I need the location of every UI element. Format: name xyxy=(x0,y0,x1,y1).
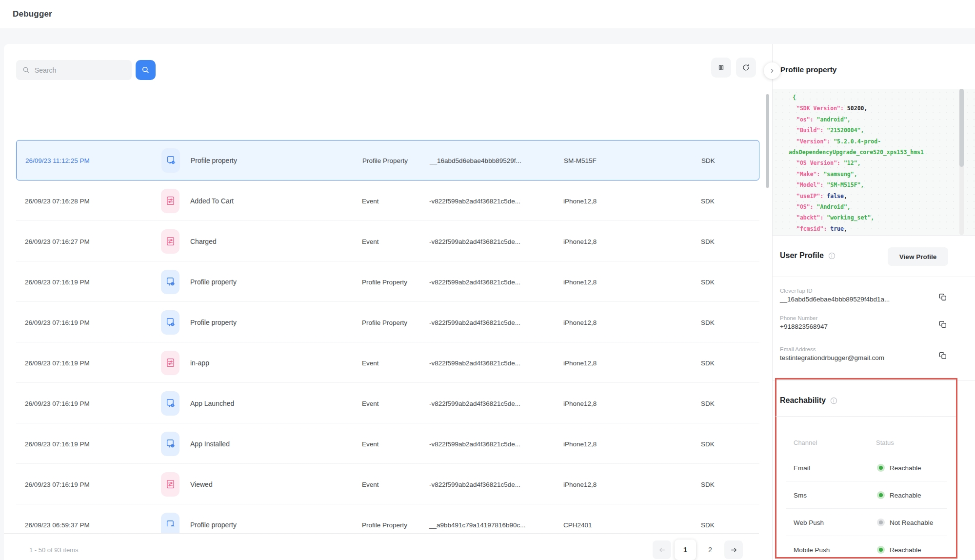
profile-field: Email Addresstestintegrationdrbugger@gma… xyxy=(780,346,955,361)
row-data-label: Profile property xyxy=(190,319,237,326)
table-row[interactable]: 26/09/23 07:16:28 PMAdded To CartEvent-v… xyxy=(16,180,759,221)
code-scrollbar[interactable] xyxy=(959,89,964,167)
field-value: +918823568947 xyxy=(780,323,955,330)
row-device-model: iPhone12,8 xyxy=(563,440,597,447)
row-data-label: Profile property xyxy=(191,157,237,164)
table-bottom-border xyxy=(4,533,759,534)
row-identity: -v822f599ab2ad4f36821c5de... xyxy=(429,400,520,407)
table-row[interactable]: 26/09/23 07:16:19 PMApp InstalledEvent-v… xyxy=(16,423,759,464)
copy-button[interactable] xyxy=(938,319,949,330)
copy-button[interactable] xyxy=(938,350,949,361)
status-dot-icon xyxy=(877,519,885,526)
event-payload-code: {"SDK Version": 50200,"os": "android","B… xyxy=(773,89,975,235)
code-line: "Build": "21520004", xyxy=(789,125,958,136)
collapse-panel-button[interactable] xyxy=(764,62,780,79)
sliders-icon xyxy=(161,189,179,213)
search-submit-button[interactable] xyxy=(136,60,156,80)
code-line: "useIP": false, xyxy=(789,191,958,201)
row-time: 26/09/23 07:16:28 PM xyxy=(25,197,90,204)
row-source: SDK xyxy=(701,278,715,285)
row-time: 26/09/23 06:59:37 PM xyxy=(25,521,90,528)
info-icon[interactable] xyxy=(830,397,838,405)
row-identity: -v822f599ab2ad4f36821c5de... xyxy=(429,480,520,488)
row-identity: -v822f599ab2ad4f36821c5de... xyxy=(429,278,520,285)
user-profile-heading: User Profile xyxy=(780,251,836,260)
sliders-icon xyxy=(161,229,179,254)
page-number-button[interactable]: 1 xyxy=(675,540,696,560)
search-input[interactable] xyxy=(16,60,132,80)
page-number-button[interactable]: 2 xyxy=(699,540,721,560)
reachability-title: Reachability xyxy=(780,396,826,405)
page-title: Debugger xyxy=(13,9,52,19)
table-row[interactable]: 26/09/23 07:16:19 PMApp LaunchedEvent-v8… xyxy=(16,383,759,423)
sliders-icon xyxy=(161,472,179,497)
code-line: "os": "android", xyxy=(789,114,958,125)
row-category: Event xyxy=(362,238,379,245)
row-category: Profile Property xyxy=(362,319,407,326)
row-time: 26/09/23 07:16:19 PM xyxy=(25,400,90,407)
table-row[interactable]: 26/09/23 07:16:19 PMViewedEvent-v822f599… xyxy=(16,464,759,504)
row-data-label: App Launched xyxy=(190,400,234,407)
profile-field: CleverTap ID__16abd5d6ebae4bbb89529f4bd1… xyxy=(780,288,955,303)
device-gear-icon xyxy=(161,148,180,173)
row-data-label: Profile property xyxy=(190,278,237,286)
row-data-label: App Installed xyxy=(190,440,230,448)
info-icon[interactable] xyxy=(828,252,836,260)
row-time: 26/09/23 07:16:19 PM xyxy=(25,480,90,488)
next-page-button[interactable] xyxy=(724,540,743,559)
row-source: SDK xyxy=(701,440,715,447)
view-profile-button[interactable]: View Profile xyxy=(888,247,948,266)
table-row[interactable]: 26/09/23 06:59:37 PMProfile propertyProf… xyxy=(16,504,759,533)
status-text: Reachable xyxy=(890,492,921,499)
code-line: adsDependencyUpgrade_core520_xps153_hms1 xyxy=(789,147,958,158)
table-row[interactable]: 26/09/23 11:12:25 PMProfile propertyProf… xyxy=(16,140,759,180)
search-icon xyxy=(141,65,150,75)
row-source: SDK xyxy=(701,400,715,407)
device-gear-icon xyxy=(161,432,179,456)
sliders-icon xyxy=(161,351,179,375)
pause-button[interactable] xyxy=(711,58,731,78)
detail-panel: Profile property {"SDK Version": 50200,"… xyxy=(773,44,975,560)
table-row[interactable]: 26/09/23 07:16:19 PMin-appEvent-v822f599… xyxy=(16,342,759,383)
code-line: "OS Version": "12", xyxy=(789,158,958,168)
row-category: Profile Property xyxy=(362,278,407,285)
row-source: SDK xyxy=(701,521,715,528)
search-field[interactable] xyxy=(35,66,126,74)
reachability-heading: Reachability xyxy=(780,396,838,405)
row-identity: -v822f599ab2ad4f36821c5de... xyxy=(429,319,520,326)
code-line: "Version": "5.2.0.4-prod- xyxy=(789,136,958,147)
row-category: Profile Property xyxy=(362,521,407,528)
refresh-button[interactable] xyxy=(736,58,756,78)
row-device-model: iPhone12,8 xyxy=(563,278,597,285)
table-row[interactable]: 26/09/23 07:16:19 PMProfile propertyProf… xyxy=(16,261,759,302)
row-data-label: Viewed xyxy=(190,480,213,488)
row-time: 26/09/23 07:16:19 PM xyxy=(25,359,90,366)
row-device-model: iPhone12,8 xyxy=(563,197,597,204)
table-row[interactable]: 26/09/23 07:16:27 PMChargedEvent-v822f59… xyxy=(16,221,759,261)
previous-page-button[interactable] xyxy=(653,540,671,559)
row-source: SDK xyxy=(701,238,715,245)
refresh-icon xyxy=(741,63,751,72)
row-category: Event xyxy=(362,197,379,204)
row-time: 26/09/23 07:16:27 PM xyxy=(25,238,90,245)
reachability-status: Reachable xyxy=(877,464,921,472)
row-category: Event xyxy=(362,400,379,407)
profile-field: Phone Number+918823568947 xyxy=(780,315,955,330)
device-gear-icon xyxy=(161,391,179,416)
row-category: Event xyxy=(362,440,379,447)
row-source: SDK xyxy=(701,157,715,164)
code-line: "OS": "Android", xyxy=(789,201,958,212)
table-row[interactable]: 26/09/23 07:16:19 PMProfile propertyProf… xyxy=(16,302,759,342)
user-profile-title: User Profile xyxy=(780,251,824,260)
copy-button[interactable] xyxy=(938,292,949,302)
row-device-model: SM-M515F xyxy=(564,157,597,164)
field-label: Email Address xyxy=(780,346,955,352)
reachability-channel: Email xyxy=(794,464,810,472)
chevron-right-icon xyxy=(769,67,776,74)
table-scrollbar[interactable] xyxy=(766,94,769,188)
field-label: Phone Number xyxy=(780,315,955,321)
row-data-label: Charged xyxy=(190,238,217,245)
reachability-column-status: Status xyxy=(876,439,894,446)
row-identity: -v822f599ab2ad4f36821c5de... xyxy=(429,440,520,447)
row-device-model: iPhone12,8 xyxy=(563,319,597,326)
